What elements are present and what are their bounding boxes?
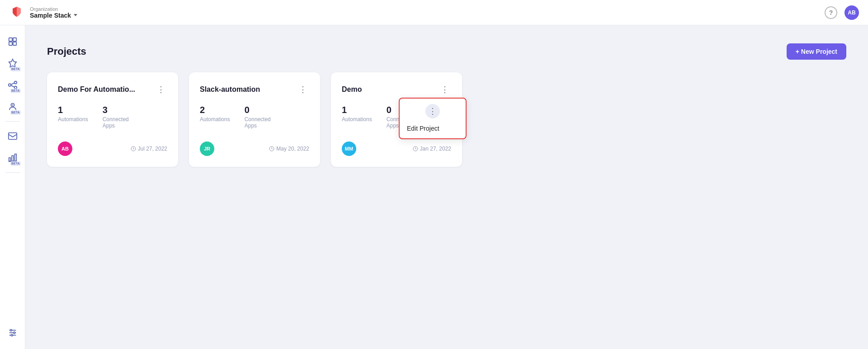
dropdown-dots-button[interactable]: ⋮: [425, 104, 440, 118]
automations-stat-3: 1 Automations: [342, 105, 372, 129]
card-title-2: Slack-automation: [200, 85, 260, 94]
card-avatar-1: AB: [58, 141, 72, 156]
svg-rect-13: [9, 158, 10, 161]
sidebar: BETA BETA BETA: [0, 25, 25, 349]
user-initials: AB: [848, 9, 855, 16]
layout: BETA BETA BETA: [0, 25, 868, 349]
connected-apps-stat-2: 0 ConnectedApps: [245, 105, 271, 129]
sidebar-item-agents[interactable]: BETA: [4, 98, 22, 116]
sidebar-item-settings[interactable]: [4, 324, 22, 342]
svg-rect-15: [14, 154, 16, 161]
automations-stat-2: 2 Automations: [200, 105, 230, 129]
svg-point-6: [14, 81, 16, 84]
svg-line-9: [11, 85, 14, 87]
svg-point-21: [13, 332, 15, 334]
card-date-1: Jul 27, 2022: [131, 146, 167, 152]
page-header: Projects + New Project: [47, 43, 846, 60]
dropdown-header: ⋮: [400, 100, 466, 120]
beta-badge-automations: BETA: [10, 67, 21, 71]
svg-rect-3: [9, 42, 12, 45]
project-dropdown-menu: ⋮ Edit Project: [399, 98, 467, 139]
connected-apps-stat-1: 3 ConnectedApps: [103, 105, 129, 129]
svg-point-11: [12, 104, 13, 106]
card-header-3: Demo ⋮: [342, 83, 451, 96]
org-label: Organization: [30, 6, 77, 12]
user-avatar[interactable]: AB: [844, 5, 859, 20]
svg-rect-2: [13, 38, 16, 41]
automations-stat-1: 1 Automations: [58, 105, 88, 129]
header-right: ? AB: [825, 5, 859, 20]
connected-apps-label-1: ConnectedApps: [103, 116, 129, 129]
edit-project-label: Edit Project: [407, 125, 439, 132]
card-date-3: Jan 27, 2022: [413, 146, 451, 152]
automations-label-3: Automations: [342, 116, 372, 123]
automations-label-1: Automations: [58, 116, 88, 123]
card-stats-2: 2 Automations 0 ConnectedApps: [200, 105, 309, 129]
svg-line-8: [11, 83, 14, 85]
sidebar-divider: [5, 121, 20, 122]
date-text-2: May 20, 2022: [276, 146, 309, 152]
svg-rect-14: [12, 156, 14, 161]
svg-point-22: [11, 335, 13, 336]
beta-badge-agents: BETA: [10, 110, 21, 115]
card-footer-1: AB Jul 27, 2022: [58, 141, 167, 156]
connected-apps-count-2: 0: [245, 105, 271, 115]
svg-rect-1: [9, 38, 12, 41]
sidebar-item-inbox[interactable]: [4, 127, 22, 145]
svg-rect-12: [8, 133, 16, 140]
connected-apps-label-2: ConnectedApps: [245, 116, 271, 129]
card-footer-3: MM Jan 27, 2022: [342, 141, 451, 156]
svg-point-20: [10, 330, 12, 331]
sidebar-item-dashboard[interactable]: [4, 33, 22, 51]
automations-label-2: Automations: [200, 116, 230, 123]
edit-project-menu-item[interactable]: Edit Project: [400, 120, 466, 137]
new-project-button[interactable]: + New Project: [787, 43, 846, 60]
card-title-3: Demo: [342, 85, 362, 94]
chevron-down-icon: [74, 14, 77, 16]
projects-grid: Demo For Automatio... ⋮ 1 Automations 3 …: [47, 72, 846, 167]
org-name-container[interactable]: Sample Stack: [30, 12, 77, 19]
sidebar-item-automations[interactable]: BETA: [4, 54, 22, 72]
card-footer-2: JR May 20, 2022: [200, 141, 309, 156]
project-card-1: Demo For Automatio... ⋮ 1 Automations 3 …: [47, 72, 178, 167]
card-avatar-2: JR: [200, 141, 214, 156]
header: Organization Sample Stack ? AB: [0, 0, 868, 25]
project-card-3: Demo ⋮ 1 Automations 0 ConnectedApps MM: [331, 72, 462, 167]
logo[interactable]: [9, 4, 24, 21]
sidebar-item-integrations[interactable]: BETA: [4, 76, 22, 94]
card-menu-button-1[interactable]: ⋮: [155, 83, 167, 96]
page-title: Projects: [47, 46, 86, 57]
date-text-3: Jan 27, 2022: [420, 146, 451, 152]
org-name: Sample Stack: [30, 12, 71, 19]
org-info: Organization Sample Stack: [30, 6, 77, 19]
svg-point-5: [8, 84, 11, 86]
card-header-2: Slack-automation ⋮: [200, 83, 309, 96]
project-card-2: Slack-automation ⋮ 2 Automations 0 Conne…: [189, 72, 320, 167]
svg-rect-4: [13, 42, 16, 45]
card-menu-button-2[interactable]: ⋮: [297, 83, 309, 96]
card-header-1: Demo For Automatio... ⋮: [58, 83, 167, 96]
beta-badge-integrations: BETA: [10, 89, 21, 93]
card-stats-1: 1 Automations 3 ConnectedApps: [58, 105, 167, 129]
card-avatar-3: MM: [342, 141, 356, 156]
card-date-2: May 20, 2022: [269, 146, 309, 152]
automations-count-1: 1: [58, 105, 88, 115]
automations-count-3: 1: [342, 105, 372, 115]
date-text-1: Jul 27, 2022: [138, 146, 167, 152]
sidebar-divider-2: [5, 172, 20, 173]
card-title-1: Demo For Automatio...: [58, 85, 135, 94]
sidebar-item-analytics[interactable]: BETA: [4, 149, 22, 167]
connected-apps-count-1: 3: [103, 105, 129, 115]
card-menu-button-3[interactable]: ⋮: [439, 83, 451, 96]
beta-badge-analytics: BETA: [10, 161, 21, 166]
automations-count-2: 2: [200, 105, 230, 115]
help-button[interactable]: ?: [825, 6, 837, 19]
help-icon: ?: [829, 9, 833, 16]
main-content: Projects + New Project Demo For Automati…: [25, 25, 868, 349]
